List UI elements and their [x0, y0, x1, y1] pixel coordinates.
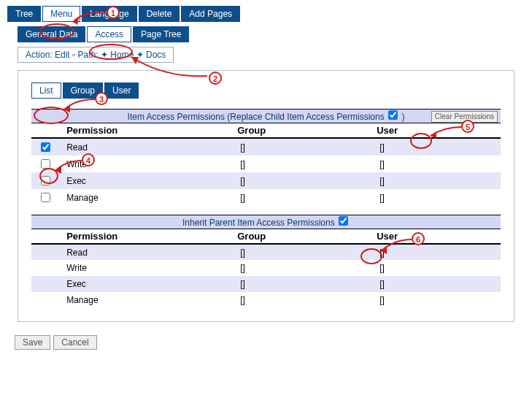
- col-group: Group: [237, 229, 377, 244]
- inherit-parent-header-text: Inherit Parent Item Access Permissions: [182, 218, 335, 228]
- perm-name: Exec: [59, 172, 237, 189]
- tab-access[interactable]: Access: [87, 26, 131, 42]
- cancel-button[interactable]: Cancel: [53, 335, 96, 350]
- col-user: User: [377, 229, 501, 244]
- item-access-header-suffix: ): [401, 112, 404, 122]
- table-row: Read [] []: [31, 244, 501, 260]
- table-row: Read [] []: [31, 138, 501, 156]
- breadcrumb: Action: Edit ▫ Path: ✦ Home ✦ Docs: [18, 47, 174, 63]
- perm-write-checkbox[interactable]: [41, 159, 50, 169]
- item-access-table: Permission Group User Read [] [] Write […: [31, 123, 501, 206]
- top-tabs: Tree Menu Language Delete Add Pages: [4, 4, 528, 23]
- perm-name: Manage: [59, 292, 237, 308]
- perm-read-checkbox[interactable]: [41, 142, 50, 152]
- access-panel: List Group User Item Access Permissions …: [18, 70, 514, 322]
- perm-group: []: [237, 276, 377, 292]
- perm-user: []: [377, 244, 501, 260]
- form-actions: Save Cancel: [4, 329, 528, 350]
- perm-name: Manage: [59, 189, 237, 206]
- table-row: Manage [] []: [31, 292, 501, 308]
- perm-user: []: [377, 138, 501, 156]
- item-access-header-text: Item Access Permissions (Replace Child I…: [128, 112, 385, 122]
- item-access-header: Item Access Permissions (Replace Child I…: [31, 109, 501, 123]
- table-row: Exec [] []: [31, 172, 501, 189]
- menu-tabs: General Data Access Page Tree: [4, 25, 528, 44]
- col-permission: Permission: [59, 123, 237, 138]
- perm-user: []: [377, 172, 501, 189]
- tab-menu[interactable]: Menu: [42, 6, 80, 22]
- perm-group: []: [237, 156, 377, 172]
- perm-user: []: [377, 260, 501, 276]
- perm-exec-checkbox[interactable]: [41, 176, 50, 185]
- inherit-parent-checkbox[interactable]: [339, 216, 348, 226]
- perm-group: []: [237, 172, 377, 189]
- subtab-list[interactable]: List: [31, 83, 61, 99]
- perm-group: []: [237, 138, 377, 156]
- perm-manage-checkbox[interactable]: [41, 193, 50, 202]
- col-user: User: [377, 123, 501, 138]
- perm-name: Write: [59, 156, 237, 172]
- perm-name: Exec: [59, 276, 237, 292]
- perm-group: []: [237, 260, 377, 276]
- save-button[interactable]: Save: [15, 335, 50, 350]
- col-permission: Permission: [59, 229, 237, 244]
- tab-general-data[interactable]: General Data: [18, 26, 85, 42]
- perm-name: Read: [59, 244, 237, 260]
- sub-tabs: List Group User: [31, 83, 501, 99]
- subtab-user[interactable]: User: [104, 83, 139, 99]
- perm-group: []: [237, 189, 377, 206]
- replace-child-checkbox[interactable]: [388, 110, 398, 120]
- perm-name: Read: [59, 138, 237, 156]
- tab-page-tree[interactable]: Page Tree: [133, 26, 189, 42]
- tab-delete[interactable]: Delete: [139, 6, 180, 22]
- perm-user: []: [377, 156, 501, 172]
- subtab-group[interactable]: Group: [63, 83, 103, 99]
- perm-name: Write: [59, 260, 237, 276]
- clear-permissions-button[interactable]: Clear Permissions: [431, 111, 498, 123]
- tab-add-pages[interactable]: Add Pages: [181, 6, 240, 22]
- inherit-parent-table: Permission Group User Read [] [] Write […: [31, 229, 501, 308]
- table-row: Write [] []: [31, 156, 501, 172]
- perm-user: []: [377, 292, 501, 308]
- perm-group: []: [237, 292, 377, 308]
- perm-group: []: [237, 244, 377, 260]
- perm-user: []: [377, 276, 501, 292]
- perm-user: []: [377, 189, 501, 206]
- inherit-parent-header: Inherit Parent Item Access Permissions: [31, 215, 501, 229]
- tab-language[interactable]: Language: [82, 6, 136, 22]
- table-row: Manage [] []: [31, 189, 501, 206]
- table-row: Write [] []: [31, 260, 501, 276]
- table-row: Exec [] []: [31, 276, 501, 292]
- tab-tree[interactable]: Tree: [7, 6, 41, 22]
- col-group: Group: [237, 123, 377, 138]
